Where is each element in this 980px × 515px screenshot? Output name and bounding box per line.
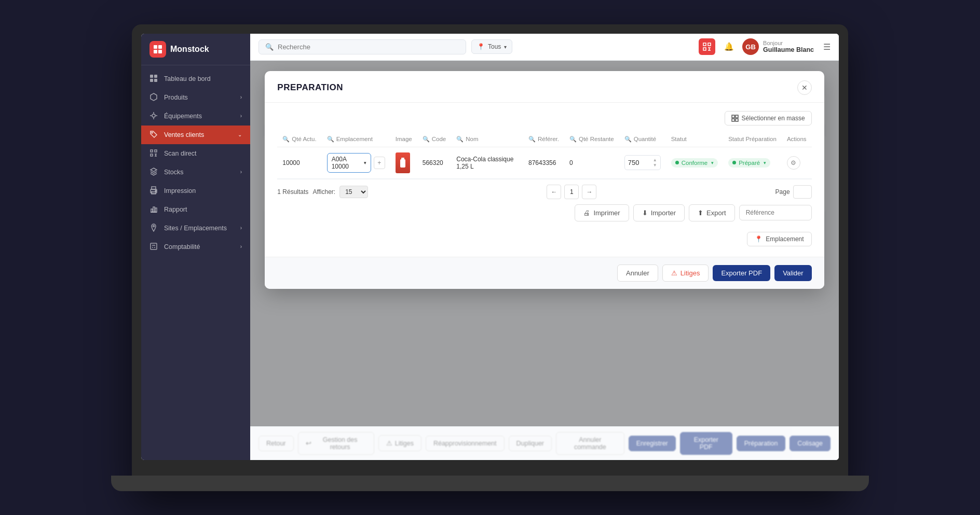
quantity-spinner[interactable]: ▲ ▼	[653, 158, 657, 168]
page-size-select[interactable]: 15 25 50 100	[339, 186, 368, 198]
litiges-button[interactable]: ⚠ Litiges	[662, 265, 709, 282]
emplacement-button[interactable]: 📍 Emplacement	[747, 232, 811, 246]
cell-code: 566320	[417, 147, 452, 178]
grid-icon	[149, 74, 159, 83]
colisage-button[interactable]: Colisage	[790, 436, 831, 451]
col-header: Quantité	[634, 136, 656, 142]
sidebar-item-impression[interactable]: Impression	[141, 182, 250, 200]
badge-dot	[732, 161, 736, 164]
exporter-pdf-label: Exporter PDF	[721, 269, 762, 277]
bottom-bar: Retour ↩ Gestion des retours ⚠ Litiges R…	[250, 426, 839, 460]
gestion-retours-button[interactable]: ↩ Gestion des retours	[298, 432, 374, 455]
col-reference: 🔍 Référer.	[523, 132, 564, 147]
col-header: Qté Actu.	[292, 136, 316, 142]
pagination-right: Page	[775, 185, 812, 199]
valider-button[interactable]: Valider	[774, 265, 812, 281]
svg-rect-6	[150, 79, 153, 82]
print-button[interactable]: 🖨 Imprimer	[575, 204, 629, 221]
statut-prep-badge: Préparé ▾	[728, 158, 770, 168]
search-icon: 🔍	[528, 136, 536, 143]
qty-down-icon[interactable]: ▼	[653, 163, 657, 168]
prev-page-button[interactable]: ←	[547, 185, 561, 199]
litiges-bottom-button[interactable]: ⚠ Litiges	[378, 435, 421, 451]
box-icon	[149, 93, 159, 102]
emplacement-select[interactable]: A00A 10000 ▾	[327, 153, 371, 173]
svg-rect-27	[155, 208, 157, 212]
dupliquer-button[interactable]: Dupliquer	[509, 436, 552, 451]
add-emplacement-button[interactable]: +	[374, 157, 385, 169]
quantity-input[interactable]: 750 ▲ ▼	[624, 155, 661, 170]
sidebar-item-comptabilite[interactable]: Comptabilité ›	[141, 238, 250, 256]
user-greeting: Bonjour	[763, 40, 814, 46]
preparation-button[interactable]: Préparation	[737, 436, 786, 451]
user-name: Guillaume Blanc	[763, 46, 814, 53]
print-icon: 🖨	[583, 209, 590, 217]
col-header: Statut Préparation	[728, 136, 777, 142]
reapprovisionnement-button[interactable]: Réapprovisionnement	[426, 436, 505, 451]
cell-qte-actu: 10000	[277, 147, 321, 178]
col-qte-actu: 🔍 Qté Actu.	[277, 132, 321, 147]
svg-rect-39	[732, 115, 734, 118]
svg-rect-26	[153, 207, 155, 212]
print-label: Imprimer	[593, 209, 620, 217]
main-area: 🔍 📍 Tous ▾	[250, 34, 839, 460]
annuler-commande-button[interactable]: Annuler commande	[556, 432, 624, 455]
sidebar-item-label: Sites / Emplacements	[164, 225, 227, 232]
enregistrer-button[interactable]: Enregistrer	[629, 436, 676, 451]
chevron-down-icon: ▾	[711, 160, 714, 165]
page-number-input[interactable]	[564, 185, 579, 199]
svg-rect-43	[401, 158, 404, 159]
sidebar-item-stocks[interactable]: Stocks ›	[141, 163, 250, 182]
sidebar-item-tableau-de-bord[interactable]: Tableau de bord	[141, 69, 250, 88]
action-settings-button[interactable]: ⚙	[787, 156, 800, 170]
svg-rect-3	[158, 50, 162, 53]
litiges-label: Litiges	[680, 269, 700, 277]
annuler-button[interactable]: Annuler	[617, 265, 658, 282]
search-input[interactable]	[278, 43, 459, 51]
export-icon: ⬆	[698, 209, 703, 217]
sidebar-item-equipements[interactable]: Équipements ›	[141, 107, 250, 126]
search-icon: 🔍	[423, 136, 430, 143]
sidebar-item-rapport[interactable]: Rapport	[141, 200, 250, 219]
location-select[interactable]: 📍 Tous ▾	[471, 39, 512, 54]
user-info: GB Bonjour Guillaume Blanc	[742, 38, 814, 55]
retour-button[interactable]: Retour	[258, 436, 294, 451]
location-label: Tous	[488, 43, 501, 50]
col-actions: Actions	[782, 132, 812, 147]
col-header: Nom	[466, 136, 478, 142]
tool-icon	[149, 112, 159, 121]
chevron-down-icon: ▾	[364, 160, 366, 165]
topbar-icons: 🔔 GB Bonjour Guillaume Blanc ☰	[699, 38, 831, 55]
next-page-button[interactable]: →	[582, 185, 596, 199]
svg-point-13	[152, 132, 153, 133]
modal-close-button[interactable]: ✕	[797, 80, 812, 95]
import-button[interactable]: ⬇ Importer	[633, 204, 685, 221]
search-icon: 🔍	[327, 136, 334, 143]
col-header: Qté Restante	[579, 136, 614, 142]
exporter-pdf-button[interactable]: Exporter PDF	[713, 265, 770, 281]
table-row: 10000 A00A 10000 ▾	[277, 147, 811, 178]
modal-title: PREPARATION	[277, 82, 343, 93]
reference-input[interactable]	[739, 205, 812, 220]
go-to-page-input[interactable]	[793, 185, 812, 199]
notification-icon[interactable]: 🔔	[720, 38, 737, 55]
sidebar-item-sites[interactable]: Sites / Emplacements ›	[141, 219, 250, 238]
hamburger-icon[interactable]: ☰	[823, 42, 831, 52]
sidebar-item-produits[interactable]: Produits ›	[141, 88, 250, 107]
sidebar-item-scan-direct[interactable]: Scan direct	[141, 144, 250, 163]
exporter-pdf-bottom-button[interactable]: Exporter PDF	[680, 432, 732, 455]
select-mass-button[interactable]: Sélectionner en masse	[725, 111, 812, 126]
sidebar-item-ventes-clients[interactable]: Ventes clients ⌄	[141, 126, 250, 144]
scan-button[interactable]	[699, 38, 715, 55]
page-content: ← Commandes clients Statut 1 Brouillon -…	[250, 61, 839, 426]
search-icon: 🔍	[569, 136, 577, 143]
export-button[interactable]: ⬆ Export	[689, 204, 735, 221]
results-count: 1 Résultats	[277, 188, 308, 196]
emplacement-row: 📍 Emplacement	[277, 228, 811, 248]
sidebar-item-label: Impression	[164, 187, 196, 194]
cell-image: C	[390, 147, 417, 178]
search-box[interactable]: 🔍	[258, 39, 466, 54]
chevron-right-icon: ›	[240, 113, 242, 119]
litiges-icon: ⚠	[386, 439, 392, 447]
qty-up-icon[interactable]: ▲	[653, 158, 657, 163]
